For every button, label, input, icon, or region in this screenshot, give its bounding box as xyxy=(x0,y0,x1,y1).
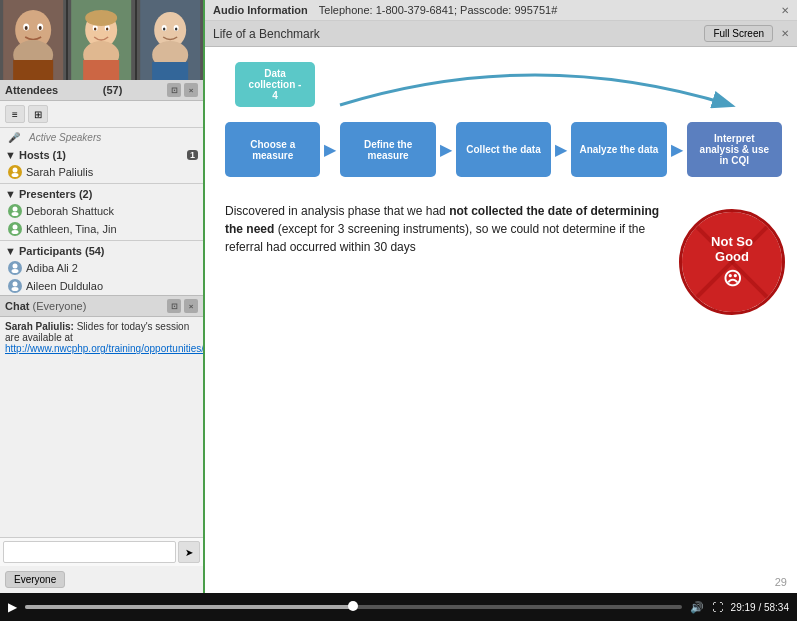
flow-arrow-2: ▶ xyxy=(440,140,452,159)
attendees-label: Attendees xyxy=(5,84,58,96)
svg-point-4 xyxy=(25,26,28,30)
chat-controls: ⊡ × xyxy=(167,299,198,313)
svg-point-13 xyxy=(106,28,108,31)
divider-2 xyxy=(0,240,203,241)
flow-box-collect: Collect the data xyxy=(456,122,551,177)
presenter-deborah: Deborah Shattuck xyxy=(0,202,203,220)
chat-input-area: ➤ xyxy=(0,537,203,566)
svg-rect-7 xyxy=(13,60,53,80)
presenter-avatar-1 xyxy=(8,204,22,218)
flow-arc-arrow xyxy=(320,55,750,115)
sad-face-icon: ☹ xyxy=(723,268,742,290)
participant-avatar-2 xyxy=(8,279,22,293)
fullscreen-control-icon[interactable]: ⛶ xyxy=(712,601,723,613)
svg-point-21 xyxy=(163,28,165,31)
participant-avatar-1 xyxy=(8,261,22,275)
svg-point-30 xyxy=(12,230,19,234)
presenter-avatar-2 xyxy=(8,222,22,236)
audio-close-button[interactable]: ✕ xyxy=(781,5,789,16)
progress-handle[interactable] xyxy=(348,601,358,611)
flow-arrow-3: ▶ xyxy=(555,140,567,159)
host-sarah: Sarah Paliulis xyxy=(0,163,203,181)
chat-link[interactable]: http://www.nwcphp.org/training/opportuni… xyxy=(5,343,203,354)
app-container: Attendees (57) ⊡ × ≡ ⊞ 🎤 Active Speakers… xyxy=(0,0,797,621)
content-area: Attendees (57) ⊡ × ≡ ⊞ 🎤 Active Speakers… xyxy=(0,0,797,593)
svg-rect-16 xyxy=(83,60,119,80)
chat-send-button[interactable]: ➤ xyxy=(178,541,200,563)
participants-section-header: ▼ Participants (54) xyxy=(0,243,203,259)
audio-info: Audio Information Telephone: 1-800-379-6… xyxy=(213,4,557,16)
not-so-good-text-2: Good xyxy=(715,249,749,264)
chat-close-icon[interactable]: × xyxy=(184,299,198,313)
svg-point-31 xyxy=(13,264,18,269)
svg-point-32 xyxy=(12,269,19,273)
video-thumb-3 xyxy=(137,0,203,80)
svg-point-34 xyxy=(12,287,19,291)
sidebar: Attendees (57) ⊡ × ≡ ⊞ 🎤 Active Speakers… xyxy=(0,0,205,593)
attendees-header: Attendees (57) ⊡ × xyxy=(0,80,203,101)
svg-point-28 xyxy=(12,212,19,216)
not-so-good-badge: Not So Good ☹ xyxy=(682,212,782,312)
bottom-section: Discovered in analysis phase that we had… xyxy=(225,202,782,573)
svg-point-12 xyxy=(94,28,96,31)
volume-icon[interactable]: 🔊 xyxy=(690,601,704,614)
chat-input[interactable] xyxy=(3,541,176,563)
svg-point-26 xyxy=(12,173,19,177)
svg-point-14 xyxy=(85,10,117,26)
flow-box-define: Define the measure xyxy=(340,122,435,177)
main-content: Audio Information Telephone: 1-800-379-6… xyxy=(205,0,797,593)
page-number: 29 xyxy=(775,576,787,588)
flow-box-analyze: Analyze the data xyxy=(571,122,666,177)
svg-point-25 xyxy=(13,168,18,173)
fullscreen-button[interactable]: Full Screen xyxy=(704,25,773,42)
flow-diagram: Choose a measure ▶ Define the measure ▶ … xyxy=(225,122,782,177)
divider-1 xyxy=(0,183,203,184)
presenter-kathleen: Kathleen, Tina, Jin xyxy=(0,220,203,238)
flow-box-choose: Choose a measure xyxy=(225,122,320,177)
benchmark-header: Life of a Benchmark Full Screen ✕ xyxy=(205,21,797,47)
flow-arrow-1: ▶ xyxy=(324,140,336,159)
benchmark-title: Life of a Benchmark xyxy=(213,27,320,41)
grid-view-icon[interactable]: ⊞ xyxy=(28,105,48,123)
audio-bar: Audio Information Telephone: 1-800-379-6… xyxy=(205,0,797,21)
benchmark-close-button[interactable]: ✕ xyxy=(781,28,789,39)
attendees-icon-bar: ≡ ⊞ xyxy=(0,101,203,128)
chat-header: Chat (Everyone) ⊡ × xyxy=(0,295,203,317)
hosts-section-header: ▼ Hosts (1) 1 xyxy=(0,147,203,163)
chat-scope: (Everyone) xyxy=(33,300,87,312)
time-display: 29:19 / 58:34 xyxy=(731,602,789,613)
attendees-count: (57) xyxy=(103,84,123,96)
flow-arrow-4: ▶ xyxy=(671,140,683,159)
slide-area: Data collection - 4 Choose a measure xyxy=(205,47,797,593)
attendees-controls: ⊡ × xyxy=(167,83,198,97)
active-speakers-label: 🎤 Active Speakers xyxy=(0,128,203,147)
play-button[interactable]: ▶ xyxy=(8,600,17,614)
chat-popout-icon[interactable]: ⊡ xyxy=(167,299,181,313)
progress-bar[interactable] xyxy=(25,605,682,609)
audio-details: Telephone: 1-800-379-6841; Passcode: 995… xyxy=(319,4,558,16)
svg-rect-24 xyxy=(152,62,188,80)
chat-messages: Sarah Paliulis: Slides for today's sessi… xyxy=(0,317,203,537)
svg-point-27 xyxy=(13,207,18,212)
host-avatar xyxy=(8,165,22,179)
participant-adiba: Adiba Ali 2 xyxy=(0,259,203,277)
video-thumb-1 xyxy=(0,0,66,80)
everyone-button[interactable]: Everyone xyxy=(5,571,65,588)
popout-icon[interactable]: ⊡ xyxy=(167,83,181,97)
presenters-section-header: ▼ Presenters (2) xyxy=(0,186,203,202)
analysis-text: Discovered in analysis phase that we had… xyxy=(225,202,662,256)
close-attendees-icon[interactable]: × xyxy=(184,83,198,97)
chat-label: Chat xyxy=(5,300,29,312)
video-thumb-2 xyxy=(68,0,134,80)
not-so-good-text-1: Not So xyxy=(711,234,753,249)
svg-point-22 xyxy=(175,28,177,31)
list-view-icon[interactable]: ≡ xyxy=(5,105,25,123)
video-controls-bar: ▶ 🔊 ⛶ 29:19 / 58:34 xyxy=(0,593,797,621)
benchmark-controls: Full Screen ✕ xyxy=(704,25,789,42)
flow-box-interpret: Interpret analysis & use in CQI xyxy=(687,122,782,177)
participant-aileen: Aileen Duldulao xyxy=(0,277,203,295)
svg-point-5 xyxy=(39,26,42,30)
data-collection-box: Data collection - 4 xyxy=(235,62,315,107)
progress-fill xyxy=(25,605,353,609)
video-thumbnails xyxy=(0,0,203,80)
